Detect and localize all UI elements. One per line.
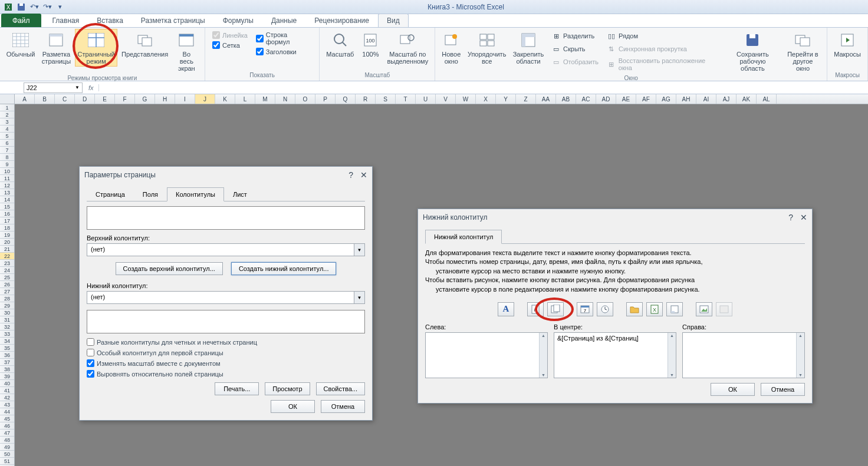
row-header[interactable]: 11	[0, 175, 14, 182]
row-header[interactable]: 15	[0, 203, 14, 210]
col-header[interactable]: B	[35, 94, 55, 104]
scrollbar[interactable]	[539, 333, 547, 378]
page-number-button[interactable]: #	[527, 302, 544, 316]
center-section[interactable]: &[Страница] из &[Страниц]	[554, 332, 676, 378]
left-section[interactable]	[425, 332, 548, 378]
date-button[interactable]: 7	[577, 302, 593, 316]
ok-button[interactable]: ОК	[711, 383, 755, 396]
col-header[interactable]: AE	[616, 94, 636, 104]
col-header[interactable]: Y	[496, 94, 516, 104]
col-header[interactable]: Q	[336, 94, 356, 104]
header-combo[interactable]: (нет)▼	[87, 243, 365, 256]
custom-views-button[interactable]: Представления	[119, 29, 170, 60]
col-header[interactable]: S	[376, 94, 396, 104]
row-header[interactable]: 4	[0, 125, 14, 133]
row-header[interactable]: 37	[0, 359, 14, 366]
tab-headerfooter[interactable]: Колонтитулы	[167, 187, 224, 201]
close-icon[interactable]: ✕	[360, 170, 367, 180]
col-header[interactable]: X	[476, 94, 496, 104]
col-header[interactable]: AI	[696, 94, 716, 104]
row-header[interactable]: 16	[0, 210, 14, 217]
col-header[interactable]: W	[456, 94, 476, 104]
format-picture-button[interactable]	[716, 302, 732, 316]
zoom-button[interactable]: Масштаб	[323, 29, 357, 60]
file-name-button[interactable]: X	[646, 302, 663, 316]
row-header[interactable]: 18	[0, 224, 14, 232]
gridlines-checkbox[interactable]: Сетка	[212, 41, 248, 49]
time-button[interactable]	[597, 302, 613, 316]
scale-checkbox[interactable]: Изменять масштаб вместе с документом	[87, 359, 365, 367]
align-checkbox[interactable]: Выровнять относительно полей страницы	[87, 370, 365, 378]
col-header[interactable]: N	[275, 94, 295, 104]
row-header[interactable]: 24	[0, 267, 14, 274]
row-header[interactable]: 33	[0, 331, 14, 338]
col-header[interactable]: K	[215, 94, 235, 104]
row-header[interactable]: 17	[0, 217, 14, 224]
row-header[interactable]: 26	[0, 281, 14, 288]
col-header[interactable]: V	[436, 94, 456, 104]
row-header[interactable]: 43	[0, 401, 14, 408]
row-header[interactable]: 51	[0, 458, 14, 465]
help-icon[interactable]: ?	[788, 213, 793, 222]
col-header[interactable]: F	[115, 94, 135, 104]
row-header[interactable]: 12	[0, 182, 14, 189]
first-page-checkbox[interactable]: Особый колонтитул для первой страницы	[87, 349, 365, 356]
scrollbar[interactable]	[796, 333, 804, 378]
row-header[interactable]: 25	[0, 274, 14, 281]
row-header[interactable]: 8	[0, 154, 14, 161]
right-section[interactable]	[682, 332, 805, 378]
col-header[interactable]: AC	[576, 94, 596, 104]
col-header[interactable]: H	[155, 94, 175, 104]
tab-insert[interactable]: Вставка	[88, 14, 132, 27]
col-header[interactable]: J	[195, 94, 215, 104]
row-header[interactable]: 27	[0, 288, 14, 295]
diff-pages-checkbox[interactable]: Разные колонтитулы для четных и нечетных…	[87, 338, 365, 346]
row-header[interactable]: 14	[0, 196, 14, 203]
row-header[interactable]: 49	[0, 444, 14, 451]
undo-icon[interactable]: ↶▾	[28, 1, 40, 13]
row-header[interactable]: 21	[0, 246, 14, 253]
normal-view-button[interactable]: Обычный	[4, 29, 38, 60]
preview-button[interactable]: Просмотр	[265, 382, 310, 395]
tab-margins[interactable]: Поля	[134, 187, 167, 201]
select-all-corner[interactable]	[0, 94, 15, 104]
create-footer-button[interactable]: Создать нижний колонтитул...	[231, 262, 337, 275]
excel-icon[interactable]: X	[2, 1, 14, 13]
fx-icon[interactable]: fx	[84, 84, 99, 91]
col-header[interactable]: R	[356, 94, 376, 104]
row-header[interactable]: 1	[0, 104, 14, 111]
row-header[interactable]: 30	[0, 309, 14, 316]
formula-input[interactable]	[99, 87, 868, 89]
footer-combo[interactable]: (нет)▼	[87, 291, 365, 304]
print-button[interactable]: Печать...	[215, 382, 259, 395]
tab-home[interactable]: Главная	[44, 14, 88, 27]
row-header[interactable]: 7	[0, 147, 14, 154]
row-header[interactable]: 28	[0, 295, 14, 302]
zoom-100-button[interactable]: 100100%	[358, 29, 383, 60]
tab-data[interactable]: Данные	[262, 14, 305, 27]
col-header[interactable]: L	[235, 94, 255, 104]
tab-file[interactable]: Файл	[1, 14, 41, 27]
arrange-button[interactable]: Упорядочить все	[465, 29, 509, 67]
headings-checkbox[interactable]: Заголовки	[256, 48, 313, 55]
page-layout-button[interactable]: Разметка страницы	[39, 29, 74, 67]
file-path-button[interactable]	[626, 302, 643, 316]
row-header[interactable]: 19	[0, 232, 14, 239]
col-header[interactable]: AA	[536, 94, 556, 104]
row-header[interactable]: 44	[0, 408, 14, 415]
col-header[interactable]: AL	[757, 94, 777, 104]
col-header[interactable]: C	[55, 94, 75, 104]
qat-customize-icon[interactable]: ▾	[54, 1, 66, 13]
col-header[interactable]: P	[315, 94, 336, 104]
row-header[interactable]: 50	[0, 451, 14, 458]
tab-layout[interactable]: Разметка страницы	[132, 14, 214, 27]
col-header[interactable]: AD	[596, 94, 616, 104]
col-header[interactable]: AJ	[716, 94, 737, 104]
col-header[interactable]: AH	[676, 94, 696, 104]
col-header[interactable]: Z	[516, 94, 536, 104]
tab-sheet[interactable]: Лист	[224, 187, 256, 201]
row-header[interactable]: 5	[0, 133, 14, 140]
close-icon[interactable]: ✕	[800, 213, 807, 222]
row-header[interactable]: 22	[0, 253, 14, 260]
col-header[interactable]: D	[75, 94, 95, 104]
